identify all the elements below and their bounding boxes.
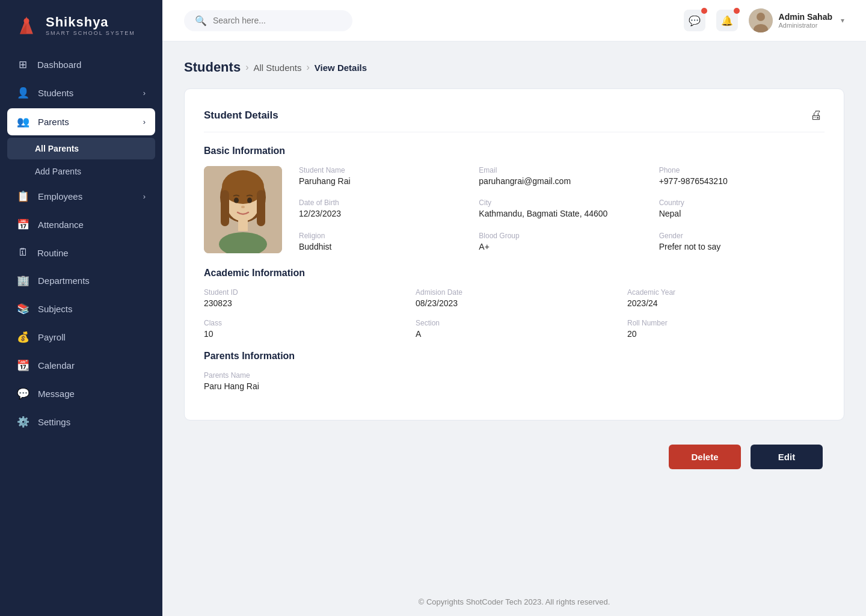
messages-button[interactable]: 💬 — [684, 10, 705, 31]
email-field: Email paruhangrai@gmail.com — [479, 166, 644, 188]
section-value: A — [416, 329, 613, 339]
dob-value: 12/23/2023 — [299, 209, 464, 218]
parents-name-value: Paru Hang Rai — [204, 381, 401, 391]
svg-rect-15 — [238, 219, 248, 231]
gender-label: Gender — [659, 232, 825, 240]
student-details-card: Student Details 🖨 Basic Information — [184, 88, 844, 420]
departments-icon: 🏢 — [17, 274, 29, 287]
email-value: paruhangrai@gmail.com — [479, 176, 644, 186]
admin-profile[interactable]: Admin Sahab Administrator ▾ — [749, 8, 844, 32]
breadcrumb-all-students[interactable]: All Students — [253, 63, 301, 73]
sidebar-item-departments[interactable]: 🏢 Departments — [0, 266, 162, 295]
sidebar-item-payroll[interactable]: 💰 Payroll — [0, 323, 162, 351]
svg-rect-10 — [221, 190, 229, 226]
parents-name-field: Parents Name Paru Hang Rai — [204, 371, 401, 391]
sidebar-item-employees[interactable]: 📋 Employees › — [0, 182, 162, 211]
roll-number-value: 20 — [627, 329, 825, 339]
city-label: City — [479, 199, 644, 207]
admission-date-value: 08/23/2023 — [416, 298, 613, 308]
delete-button[interactable]: Delete — [669, 445, 741, 469]
student-id-field: Student ID 230823 — [204, 288, 401, 308]
search-icon: 🔍 — [195, 15, 207, 26]
sidebar-item-settings[interactable]: ⚙️ Settings — [0, 408, 162, 436]
sidebar-item-message[interactable]: 💬 Message — [0, 380, 162, 408]
parents-info-fields: Parents Name Paru Hang Rai — [204, 371, 825, 391]
parents-icon: 👥 — [17, 116, 29, 128]
city-value: Kathmandu, Bagmati State, 44600 — [479, 209, 644, 218]
main-area: 🔍 💬 🔔 — [162, 0, 866, 616]
avatar — [749, 8, 773, 32]
add-parents-submenu[interactable]: Add Parents — [0, 161, 162, 182]
add-parents-label: Add Parents — [35, 167, 81, 176]
admin-info: Admin Sahab Administrator — [779, 12, 832, 29]
sidebar-item-label: Calendar — [38, 360, 75, 371]
admission-date-label: Admision Date — [416, 288, 613, 297]
notifications-button[interactable]: 🔔 — [716, 10, 738, 31]
app-name: Shikshya — [46, 14, 135, 30]
academic-year-value: 2023/24 — [627, 298, 825, 308]
svg-point-12 — [234, 198, 239, 203]
student-photo — [204, 166, 282, 253]
print-button[interactable]: 🖨 — [808, 106, 825, 125]
employees-icon: 📋 — [17, 190, 29, 203]
logo-icon — [14, 13, 38, 37]
chevron-right-icon: › — [143, 192, 146, 201]
sidebar-item-label: Students — [38, 88, 73, 98]
sidebar-item-dashboard[interactable]: ⊞ Dashboard — [0, 51, 162, 79]
breadcrumb-root[interactable]: Students — [184, 60, 241, 75]
search-input[interactable] — [213, 16, 333, 25]
content: Students › All Students › View Details S… — [162, 42, 866, 588]
sidebar-item-routine[interactable]: 🗓 Routine — [0, 239, 162, 266]
svg-rect-11 — [257, 190, 265, 226]
subjects-icon: 📚 — [17, 303, 29, 315]
dashboard-icon: ⊞ — [17, 58, 29, 71]
breadcrumb: Students › All Students › View Details — [184, 60, 844, 75]
email-label: Email — [479, 166, 644, 174]
religion-field: Religion Buddhist — [299, 232, 464, 253]
footer: © Copyrights ShotCoder Tech 2023. All ri… — [162, 588, 866, 616]
religion-value: Buddhist — [299, 242, 464, 251]
sidebar-item-calendar[interactable]: 📆 Calendar — [0, 351, 162, 380]
breadcrumb-sep-2: › — [307, 62, 310, 73]
sidebar-item-label: Dashboard — [37, 60, 81, 70]
app-tagline: SMART SCHOOL SYSTEM — [46, 30, 135, 36]
city-field: City Kathmandu, Bagmati State, 44600 — [479, 199, 644, 220]
svg-point-4 — [757, 13, 765, 21]
message-icon: 💬 — [17, 387, 29, 400]
admin-role: Administrator — [779, 22, 832, 29]
chevron-right-icon: › — [143, 117, 146, 126]
dob-field: Date of Birth 12/23/2023 — [299, 199, 464, 220]
students-icon: 👤 — [17, 87, 29, 99]
basic-info-title: Basic Information — [204, 146, 825, 156]
edit-button[interactable]: Edit — [751, 445, 823, 469]
basic-info-fields: Student Name Paruhang Rai Email paruhang… — [299, 166, 825, 253]
svg-point-2 — [23, 18, 29, 23]
phone-field: Phone +977-9876543210 — [659, 166, 825, 188]
calendar-icon: 📆 — [17, 359, 29, 372]
svg-point-13 — [247, 198, 252, 203]
section-field: Section A — [416, 319, 613, 339]
phone-value: +977-9876543210 — [659, 176, 825, 186]
academic-year-field: Academic Year 2023/24 — [627, 288, 825, 308]
class-label: Class — [204, 319, 401, 327]
roll-number-field: Roll Number 20 — [627, 319, 825, 339]
chevron-down-icon: › — [143, 88, 146, 97]
sidebar-item-label: Departments — [38, 276, 90, 286]
sidebar-item-parents[interactable]: 👥 Parents › — [7, 108, 155, 135]
sidebar-item-label: Attendance — [38, 220, 84, 230]
attendance-icon: 📅 — [17, 218, 29, 231]
svg-point-14 — [241, 206, 245, 208]
sidebar-item-attendance[interactable]: 📅 Attendance — [0, 211, 162, 239]
sidebar-item-label: Routine — [37, 248, 69, 258]
sidebar-item-subjects[interactable]: 📚 Subjects — [0, 295, 162, 323]
search-bar[interactable]: 🔍 — [184, 10, 352, 31]
country-value: Nepal — [659, 209, 825, 218]
sidebar-item-students[interactable]: 👤 Students › — [0, 79, 162, 107]
blood-group-value: A+ — [479, 242, 644, 251]
breadcrumb-view-details: View Details — [315, 63, 367, 73]
all-parents-submenu[interactable]: All Parents — [7, 138, 155, 159]
student-id-value: 230823 — [204, 298, 401, 308]
notifications-badge — [734, 8, 740, 14]
gender-value: Prefer not to say — [659, 242, 825, 251]
roll-number-label: Roll Number — [627, 319, 825, 327]
